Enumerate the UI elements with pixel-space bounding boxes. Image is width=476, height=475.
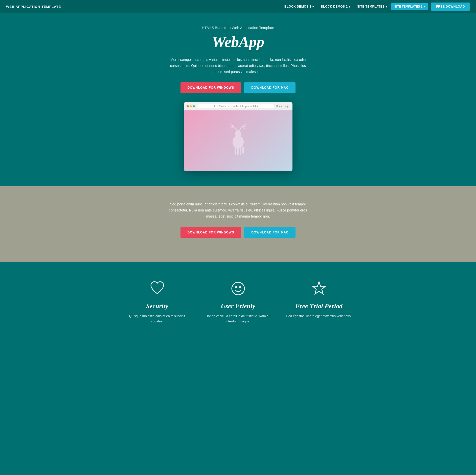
chevron-down-icon: ▾ [423, 5, 425, 8]
download-windows-button[interactable]: DOWNLOAD FOR WINDOWS [180, 82, 241, 93]
features-grid: Security Quisque molestie odio et enim s… [124, 280, 352, 324]
grey-button-group: DOWNLOAD FOR WINDOWS DOWNLOAD FOR MAC [5, 227, 471, 238]
chevron-down-icon: ▾ [312, 5, 314, 8]
chevron-down-icon: ▾ [349, 5, 350, 8]
nav-links: BLOCK DEMOS 1 ▾ BLOCK DEMOS 2 ▾ SITE TEM… [281, 3, 470, 11]
free-download-button[interactable]: FREE DOWNLOAD [431, 3, 470, 11]
chevron-down-icon: ▾ [386, 5, 387, 8]
svg-marker-18 [313, 282, 325, 294]
nav-block-demos-1[interactable]: BLOCK DEMOS 1 ▾ [281, 3, 317, 10]
free-trial-description: Sed egestas, libero eget maximus venenat… [286, 314, 352, 319]
star-icon [310, 280, 328, 297]
nav-brand: WEB APPLICATION TEMPLATE [6, 5, 61, 9]
navbar: WEB APPLICATION TEMPLATE BLOCK DEMOS 1 ▾… [0, 0, 476, 13]
dot-red [187, 105, 189, 107]
deer-icon [225, 124, 251, 157]
user-friendly-title: User Frienly [205, 302, 271, 310]
dot-yellow [190, 105, 192, 107]
hero-subtitle: HTML5 Bootstrap Web Application Template [5, 26, 471, 30]
svg-rect-14 [237, 136, 240, 140]
free-trial-title: Free Trial Period [286, 302, 352, 310]
smiley-icon [229, 280, 247, 297]
hero-title: WebApp [5, 33, 471, 51]
nav-block-demos-2[interactable]: BLOCK DEMOS 2 ▾ [318, 3, 353, 10]
download-mac-button[interactable]: DOWNLOAD FOR MAC [244, 82, 296, 93]
hero-description: Morbi semper, arcu quis varius ultricies… [167, 57, 309, 75]
browser-mockup: https://mobirise.com/bootstrap-template/… [184, 102, 292, 171]
feature-security: Security Quisque molestie odio et enim s… [124, 280, 190, 324]
hero-section: HTML5 Bootstrap Web Application Template… [0, 13, 476, 186]
user-friendly-description: Donec vehicula et tellus ac tristique. N… [205, 314, 271, 324]
svg-point-17 [240, 287, 241, 288]
browser-bar: https://mobirise.com/bootstrap-template/… [184, 102, 292, 110]
svg-rect-10 [235, 147, 236, 155]
hero-button-group: DOWNLOAD FOR WINDOWS DOWNLOAD FOR MAC [5, 82, 471, 93]
svg-point-15 [232, 282, 244, 295]
grey-section-description: Sed porta enim nunc, at efficitur lectus… [167, 201, 309, 219]
download-mac-button-2[interactable]: DOWNLOAD FOR MAC [244, 227, 296, 238]
browser-url-bar: https://mobirise.com/bootstrap-template/ [197, 104, 274, 108]
download-windows-button-2[interactable]: DOWNLOAD FOR WINDOWS [180, 227, 241, 238]
svg-point-16 [236, 287, 237, 288]
svg-rect-13 [242, 147, 244, 154]
security-description: Quisque molestie odio et enim suscipit s… [124, 314, 190, 324]
browser-dots [187, 105, 195, 107]
nav-site-templates[interactable]: SITE TEMPLATES ▾ [354, 3, 390, 10]
feature-free-trial: Free Trial Period Sed egestas, libero eg… [286, 280, 352, 324]
heart-icon [148, 280, 166, 297]
features-section: Security Quisque molestie odio et enim s… [0, 262, 476, 344]
feature-user-friendly: User Frienly Donec vehicula et tellus ac… [205, 280, 271, 324]
browser-content [184, 110, 292, 171]
dot-green [193, 105, 195, 107]
grey-section: Sed porta enim nunc, at efficitur lectus… [0, 186, 476, 262]
svg-rect-12 [240, 147, 241, 155]
nav-site-templates-2-active[interactable]: SITE TEMPLATES 2 ▾ [391, 3, 428, 10]
browser-home-label: Home Page [276, 105, 289, 108]
security-title: Security [124, 302, 190, 310]
svg-rect-11 [237, 147, 239, 155]
